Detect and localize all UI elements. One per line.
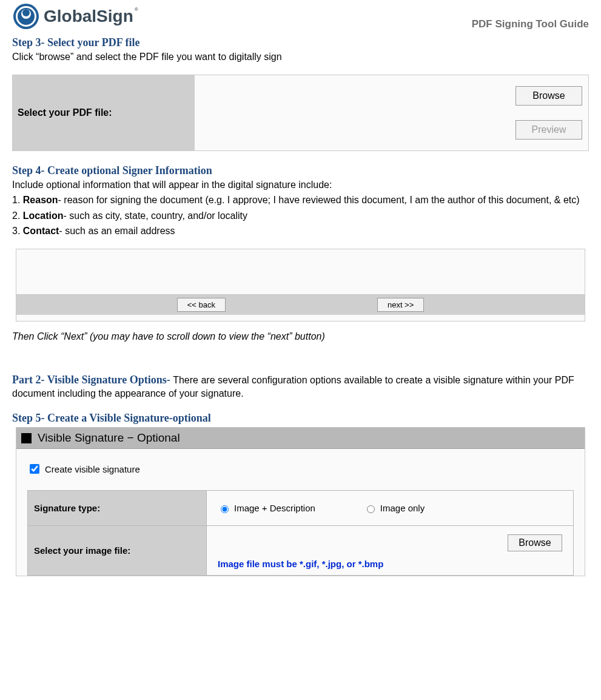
brand-reg: ®: [135, 7, 138, 12]
brand-logo: GlobalSign®: [12, 2, 138, 30]
step4-item3: 3. Contact- such as an email address: [12, 224, 589, 238]
back-button[interactable]: << back: [177, 298, 226, 312]
signer-info-panel: << back next >>: [16, 249, 585, 321]
brand-name: GlobalSign: [44, 7, 133, 25]
image-browse-button[interactable]: Browse: [508, 534, 562, 551]
visible-sig-title: Visible Signature − Optional: [38, 431, 180, 445]
sig-type-label: Signature type:: [28, 491, 207, 526]
visible-sig-titlebar: Visible Signature − Optional: [16, 428, 585, 449]
step3-heading: Step 3- Select your PDF file: [12, 36, 589, 49]
step4-heading: Step 4- Create optional Signer Informati…: [12, 164, 589, 177]
create-visible-sig-input[interactable]: [30, 464, 39, 474]
select-pdf-label: Select your PDF file:: [13, 75, 195, 150]
step4-item2: 2. Location- such as city, state, countr…: [12, 209, 589, 223]
sig-type-radio1[interactable]: [221, 505, 229, 513]
table-row: Signature type: Image + Description Imag…: [28, 491, 574, 526]
step4-item1: 1. Reason- reason for signing the docume…: [12, 194, 589, 207]
step3-desc: Click “browse” and select the PDF file y…: [12, 50, 589, 64]
next-button[interactable]: next >>: [377, 298, 424, 312]
part2-line: Part 2- Visible Signature Options- There…: [12, 372, 589, 400]
sig-type-image-only[interactable]: Image only: [364, 503, 425, 513]
browse-button[interactable]: Browse: [515, 86, 582, 106]
table-row: Select your image file: Browse Image fil…: [28, 526, 574, 576]
page-header: GlobalSign® PDF Signing Tool Guide: [12, 0, 589, 32]
sig-type-opt2-label: Image only: [380, 503, 425, 513]
part2-title: Part 2- Visible Signature Options-: [12, 374, 173, 386]
sig-type-radio2[interactable]: [367, 505, 375, 513]
create-visible-sig-label: Create visible signature: [45, 464, 140, 474]
globe-icon: [12, 2, 40, 30]
step4-then-note: Then Click “Next” (you may have to scrol…: [12, 330, 589, 343]
guide-title: PDF Signing Tool Guide: [472, 18, 589, 30]
sig-type-image-desc[interactable]: Image + Description: [218, 503, 315, 513]
sig-type-opt1-label: Image + Description: [234, 503, 315, 513]
select-pdf-panel: Select your PDF file: Browse Preview: [12, 75, 589, 151]
preview-button: Preview: [515, 120, 582, 140]
square-icon: [21, 433, 32, 443]
image-file-hint: Image file must be *.gif, *.jpg, or *.bm…: [218, 559, 562, 569]
select-pdf-path-field[interactable]: [195, 75, 509, 150]
create-visible-sig-checkbox[interactable]: Create visible signature: [27, 462, 574, 476]
svg-point-4: [22, 9, 30, 16]
step4-intro: Include optional information that will a…: [12, 178, 589, 192]
img-file-label: Select your image file:: [28, 526, 207, 576]
step5-heading: Step 5- Create a Visible Signature-optio…: [12, 412, 589, 425]
visible-signature-panel: Visible Signature − Optional Create visi…: [16, 427, 585, 576]
